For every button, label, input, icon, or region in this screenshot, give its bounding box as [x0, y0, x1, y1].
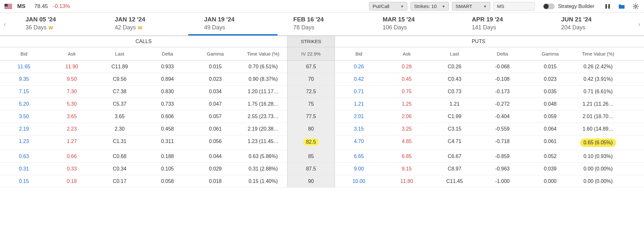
call-gamma[interactable]: 0.023 — [191, 73, 239, 85]
expiry-tab[interactable]: JAN 19 '24 49 Days — [188, 13, 278, 35]
call-last[interactable]: C1.31 — [96, 135, 144, 150]
call-gamma[interactable]: 0.029 — [191, 163, 239, 175]
put-timevalue[interactable]: 1.60 (14.89… — [574, 123, 622, 135]
col-iv[interactable]: IV 22.9% — [287, 47, 335, 60]
strike-price[interactable]: 70 — [287, 73, 335, 85]
strike-price[interactable]: 67.5 — [287, 61, 335, 73]
col-put-gamma[interactable]: Gamma — [526, 47, 574, 60]
put-delta[interactable]: -0.272 — [478, 98, 526, 110]
put-bid[interactable]: 3.15 — [335, 123, 383, 135]
call-delta[interactable]: 0.458 — [144, 123, 191, 135]
call-gamma[interactable]: 0.034 — [191, 86, 239, 98]
expiry-tab[interactable]: JUN 21 '24 204 Days — [545, 13, 634, 35]
next-expiry-button[interactable]: › — [634, 13, 644, 35]
put-gamma[interactable]: 0.059 — [526, 110, 574, 123]
put-gamma[interactable]: 0.015 — [526, 61, 574, 73]
call-gamma[interactable]: 0.018 — [191, 175, 239, 187]
call-bid[interactable]: 0.15 — [0, 175, 48, 187]
call-delta[interactable]: 0.606 — [144, 110, 191, 123]
strike-price[interactable]: 90 — [287, 175, 335, 187]
strategy-builder-toggle[interactable]: Strategy Builder — [543, 4, 594, 9]
call-bid[interactable]: 5.20 — [0, 98, 48, 110]
putcall-dropdown[interactable]: Put/Call ▼ — [369, 2, 407, 11]
call-last[interactable]: 3.65 — [96, 110, 144, 123]
strike-price[interactable]: 75 — [287, 98, 335, 110]
put-bid[interactable]: 0.26 — [335, 61, 383, 73]
call-gamma[interactable]: 0.044 — [191, 150, 239, 162]
call-last[interactable]: C7.38 — [96, 86, 144, 98]
call-bid[interactable]: 11.65 — [0, 61, 48, 73]
put-bid[interactable]: 4.70 — [335, 135, 383, 150]
call-bid[interactable]: 3.50 — [0, 110, 48, 123]
expiry-tab[interactable]: APR 19 '24 141 Days — [456, 13, 545, 35]
call-timevalue[interactable]: 1.23 (11.45… — [239, 135, 287, 150]
strikes-dropdown[interactable]: Strikes: 10 ▼ — [411, 2, 449, 11]
put-ask[interactable]: 2.06 — [383, 110, 431, 123]
call-ask[interactable]: 3.65 — [48, 110, 96, 123]
call-bid[interactable]: 1.23 — [0, 135, 48, 150]
call-ask[interactable]: 0.66 — [48, 150, 96, 162]
call-last[interactable]: C11.89 — [96, 61, 144, 73]
col-put-tv[interactable]: Time Value (%) — [574, 47, 622, 60]
call-bid[interactable]: 9.35 — [0, 73, 48, 85]
call-timevalue[interactable]: 1.20 (11.17… — [239, 86, 287, 98]
put-delta[interactable]: -0.718 — [478, 135, 526, 150]
put-bid[interactable]: 0.42 — [335, 73, 383, 85]
call-ask[interactable]: 5.30 — [48, 98, 96, 110]
exchange-dropdown[interactable]: SMART ▼ — [452, 2, 490, 11]
put-gamma[interactable]: 0.035 — [526, 86, 574, 98]
col-put-ask[interactable]: Ask — [383, 47, 431, 60]
call-timevalue[interactable]: 1.75 (16.28… — [239, 98, 287, 110]
expiry-tab[interactable]: JAN 05 '24 36 DaysW — [10, 13, 99, 35]
expiry-tab[interactable]: FEB 16 '24 78 Days — [278, 13, 367, 35]
call-delta[interactable]: 0.311 — [144, 135, 191, 150]
put-delta[interactable]: -0.559 — [478, 123, 526, 135]
col-put-delta[interactable]: Delta — [478, 47, 526, 60]
strike-price[interactable]: 85 — [287, 150, 335, 162]
col-call-delta[interactable]: Delta — [144, 47, 191, 60]
put-timevalue[interactable]: 0.26 (2.42%) — [574, 61, 622, 73]
put-last[interactable]: C0.73 — [431, 86, 478, 98]
put-delta[interactable]: -1.000 — [478, 175, 526, 187]
put-last[interactable]: C11.45 — [431, 175, 478, 187]
call-gamma[interactable]: 0.057 — [191, 110, 239, 123]
put-bid[interactable]: 1.21 — [335, 98, 383, 110]
gear-icon[interactable] — [632, 3, 640, 10]
call-last[interactable]: C0.17 — [96, 175, 144, 187]
call-delta[interactable]: 0.933 — [144, 61, 191, 73]
put-delta[interactable]: -0.068 — [478, 61, 526, 73]
call-ask[interactable]: 0.33 — [48, 163, 96, 175]
put-timevalue[interactable]: 1.21 (11.26… — [574, 98, 622, 110]
call-last[interactable]: C5.37 — [96, 98, 144, 110]
col-put-last[interactable]: Last — [431, 47, 478, 60]
call-ask[interactable]: 7.30 — [48, 86, 96, 98]
expiry-tab[interactable]: MAR 15 '24 106 Days — [366, 13, 456, 35]
call-ask[interactable]: 9.50 — [48, 73, 96, 85]
put-last[interactable]: C8.97 — [431, 163, 478, 175]
expiry-tab[interactable]: JAN 12 '24 42 DaysW — [99, 13, 188, 35]
pause-icon[interactable] — [604, 3, 611, 10]
put-gamma[interactable]: 0.048 — [526, 98, 574, 110]
call-bid[interactable]: 2.19 — [0, 123, 48, 135]
put-timevalue[interactable]: 0.42 (3.91%) — [574, 73, 622, 85]
call-gamma[interactable]: 0.056 — [191, 135, 239, 150]
call-delta[interactable]: 0.188 — [144, 150, 191, 162]
symbol-input[interactable]: MS — [493, 2, 535, 11]
call-timevalue[interactable]: 0.63 (5.86%) — [239, 150, 287, 162]
call-gamma[interactable]: 0.061 — [191, 123, 239, 135]
call-last[interactable]: C0.34 — [96, 163, 144, 175]
put-ask[interactable]: 0.75 — [383, 86, 431, 98]
put-gamma[interactable]: 0.000 — [526, 175, 574, 187]
call-ask[interactable]: 1.27 — [48, 135, 96, 150]
put-last[interactable]: C0.26 — [431, 61, 478, 73]
call-timevalue[interactable]: 0.15 (1.40%) — [239, 175, 287, 187]
put-timevalue[interactable]: 0.00 (0.00%) — [574, 163, 622, 175]
put-bid[interactable]: 6.65 — [335, 150, 383, 162]
put-delta[interactable]: -0.859 — [478, 150, 526, 162]
call-timevalue[interactable]: 0.70 (6.51%) — [239, 61, 287, 73]
put-timevalue[interactable]: 0.10 (0.93%) — [574, 150, 622, 162]
call-ask[interactable]: 11.90 — [48, 61, 96, 73]
put-bid[interactable]: 10.00 — [335, 175, 383, 187]
put-gamma[interactable]: 0.052 — [526, 150, 574, 162]
call-ask[interactable]: 0.18 — [48, 175, 96, 187]
